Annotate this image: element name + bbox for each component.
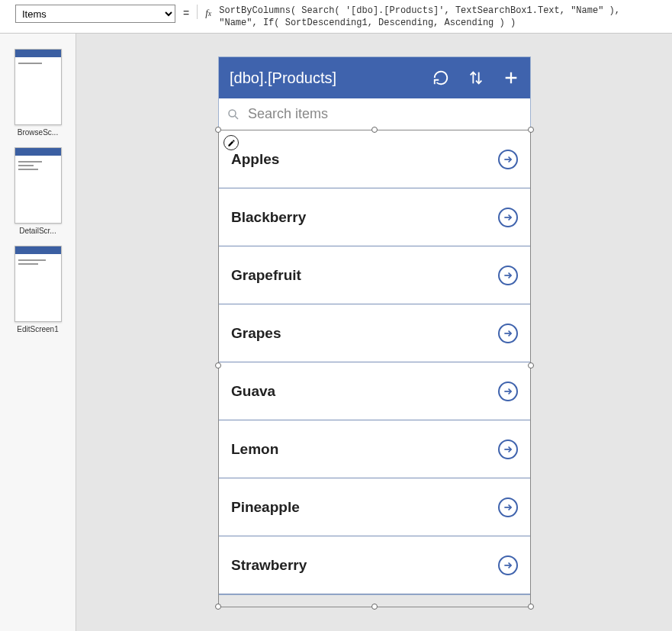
gallery-item[interactable]: Guava <box>219 362 530 420</box>
sort-icon[interactable] <box>468 69 484 86</box>
item-name: Apples <box>231 151 279 168</box>
thumb-preview <box>14 49 62 125</box>
fx-label: fx <box>197 5 211 19</box>
search-row <box>219 98 530 130</box>
screens-pane: BrowseSc... DetailScr... EditScreen1 <box>0 34 76 631</box>
design-canvas[interactable]: [dbo].[Products] <box>76 34 672 631</box>
item-name: Pineapple <box>231 499 300 516</box>
equals-sign: = <box>183 5 189 19</box>
refresh-icon[interactable] <box>432 69 449 86</box>
gallery-item[interactable]: Lemon <box>219 420 530 478</box>
formula-text[interactable]: SortByColumns( Search( '[dbo].[Products]… <box>219 5 666 29</box>
item-name: Lemon <box>231 441 278 458</box>
item-name: Strawberry <box>231 557 307 574</box>
thumb-preview <box>14 147 62 224</box>
formula-bar: Items = fx SortByColumns( Search( '[dbo]… <box>0 0 672 34</box>
navigate-arrow-icon[interactable] <box>498 497 518 517</box>
thumb-label: EditScreen1 <box>17 325 58 333</box>
search-input[interactable] <box>246 105 522 123</box>
navigate-arrow-icon[interactable] <box>498 439 518 459</box>
item-name: Blackberry <box>231 209 306 226</box>
workspace: BrowseSc... DetailScr... EditScreen1 [db… <box>0 34 672 631</box>
svg-point-0 <box>229 110 236 117</box>
thumb-label: DetailScr... <box>19 227 56 235</box>
thumb-label: BrowseSc... <box>18 128 58 137</box>
screen-thumb[interactable]: EditScreen1 <box>14 246 62 333</box>
navigate-arrow-icon[interactable] <box>498 150 518 169</box>
item-name: Grapes <box>231 325 281 342</box>
gallery-item[interactable]: Grapes <box>219 304 530 362</box>
screen-thumb[interactable]: BrowseSc... <box>14 49 62 137</box>
property-dropdown[interactable]: Items <box>15 5 175 23</box>
app-title: [dbo].[Products] <box>230 69 336 87</box>
item-name: Guava <box>231 383 275 400</box>
gallery-item[interactable]: Pineapple <box>219 478 530 536</box>
gallery-item[interactable]: Blackberry <box>219 188 530 246</box>
item-name: Grapefruit <box>231 267 301 284</box>
navigate-arrow-icon[interactable] <box>498 555 518 575</box>
add-icon[interactable] <box>503 69 519 86</box>
gallery-item[interactable]: Apples <box>219 130 530 188</box>
navigate-arrow-icon[interactable] <box>498 208 518 227</box>
gallery-item[interactable]: Grapefruit <box>219 246 530 304</box>
navigate-arrow-icon[interactable] <box>498 324 518 343</box>
search-icon <box>227 108 240 121</box>
navigate-arrow-icon[interactable] <box>498 381 518 401</box>
edit-template-icon[interactable] <box>223 135 239 150</box>
navigate-arrow-icon[interactable] <box>498 266 518 285</box>
app-header: [dbo].[Products] <box>219 57 530 98</box>
phone-frame: [dbo].[Products] <box>218 56 531 595</box>
thumb-preview <box>14 246 62 322</box>
gallery-item[interactable]: Strawberry <box>219 536 530 594</box>
gallery[interactable]: ApplesBlackberryGrapefruitGrapesGuavaLem… <box>219 130 530 594</box>
screen-thumb[interactable]: DetailScr... <box>14 147 62 235</box>
